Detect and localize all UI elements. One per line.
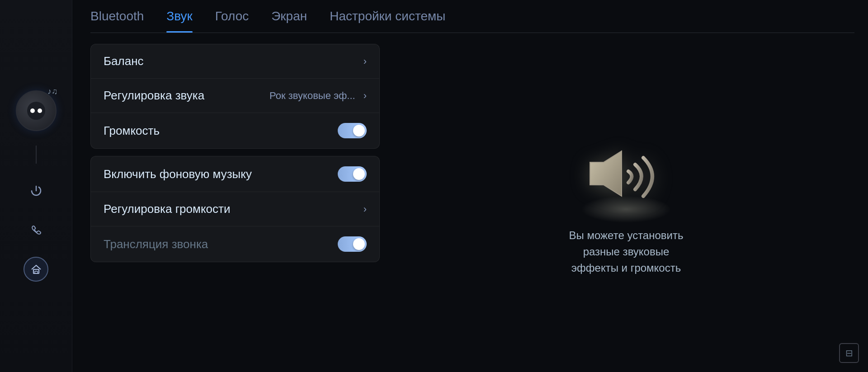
phone-icon[interactable] xyxy=(24,217,48,242)
svg-rect-3 xyxy=(35,271,38,273)
balance-label: Баланс xyxy=(104,54,144,68)
sidebar: ♪♫ xyxy=(0,0,72,372)
ringtone-label: Трансляция звонка xyxy=(104,237,208,251)
vol-adjust-chevron-icon: › xyxy=(363,203,367,215)
hint-line1: Вы можете установить xyxy=(569,229,684,241)
vol-adjust-label: Регулировка громкости xyxy=(104,202,230,216)
tab-voice[interactable]: Голос xyxy=(215,9,249,27)
right-panel: Вы можете установить разные звуковые эфф… xyxy=(398,44,854,363)
volume-toggle-knob xyxy=(353,125,365,137)
volume-row[interactable]: Громкость xyxy=(91,113,379,148)
ringtone-row[interactable]: Трансляция звонка xyxy=(91,226,379,262)
robot-eye-right xyxy=(38,108,42,113)
sound-adjust-row[interactable]: Регулировка звука Рок звуковые эф... › xyxy=(91,79,379,113)
volume-label: Громкость xyxy=(104,124,160,138)
balance-chevron-icon: › xyxy=(363,56,367,67)
tab-sound[interactable]: Звук xyxy=(166,9,192,27)
settings-panel: Баланс › Регулировка звука Рок звуковые … xyxy=(90,44,380,363)
tab-bluetooth[interactable]: Bluetooth xyxy=(90,9,144,27)
corner-badge-icon: ⊟ xyxy=(845,348,853,358)
vol-adjust-row[interactable]: Регулировка громкости › xyxy=(91,192,379,226)
hint-line2: разные звуковые xyxy=(583,245,670,258)
music-notes-icon: ♪♫ xyxy=(47,87,58,96)
bg-music-row[interactable]: Включить фоновую музыку xyxy=(91,156,379,192)
robot-face xyxy=(27,102,45,120)
content-area: Баланс › Регулировка звука Рок звуковые … xyxy=(90,44,854,363)
main-content: Bluetooth Звук Голос Экран Настройки сис… xyxy=(72,0,868,372)
sidebar-divider xyxy=(36,146,37,164)
avatar[interactable]: ♪♫ xyxy=(16,90,57,131)
speaker-glow xyxy=(581,196,671,223)
sound-adjust-value: Рок звуковые эф... xyxy=(269,90,355,102)
bg-music-toggle[interactable] xyxy=(338,166,367,182)
sound-adjust-label: Регулировка звука xyxy=(104,89,204,103)
ringtone-toggle-knob xyxy=(353,238,365,250)
bg-music-label: Включить фоновую музыку xyxy=(104,167,252,181)
sound-adjust-chevron-icon: › xyxy=(363,90,367,102)
speaker-icon-wrap xyxy=(576,131,676,214)
hint-line3: эффекты и громкость xyxy=(571,262,681,274)
settings-group-1: Баланс › Регулировка звука Рок звуковые … xyxy=(90,44,380,149)
tab-bar: Bluetooth Звук Голос Экран Настройки сис… xyxy=(90,9,854,33)
hint-text: Вы можете установить разные звуковые эфф… xyxy=(569,227,684,276)
settings-group-2: Включить фоновую музыку Регулировка гром… xyxy=(90,156,380,262)
ringtone-toggle[interactable] xyxy=(338,236,367,252)
bg-music-toggle-knob xyxy=(353,168,365,180)
volume-toggle[interactable] xyxy=(338,123,367,138)
power-icon[interactable] xyxy=(24,178,48,203)
balance-row[interactable]: Баланс › xyxy=(91,44,379,79)
tab-system[interactable]: Настройки системы xyxy=(330,9,445,27)
tab-screen[interactable]: Экран xyxy=(271,9,307,27)
corner-badge[interactable]: ⊟ xyxy=(839,343,859,363)
robot-eye-left xyxy=(30,108,35,113)
home-icon[interactable] xyxy=(24,257,48,282)
